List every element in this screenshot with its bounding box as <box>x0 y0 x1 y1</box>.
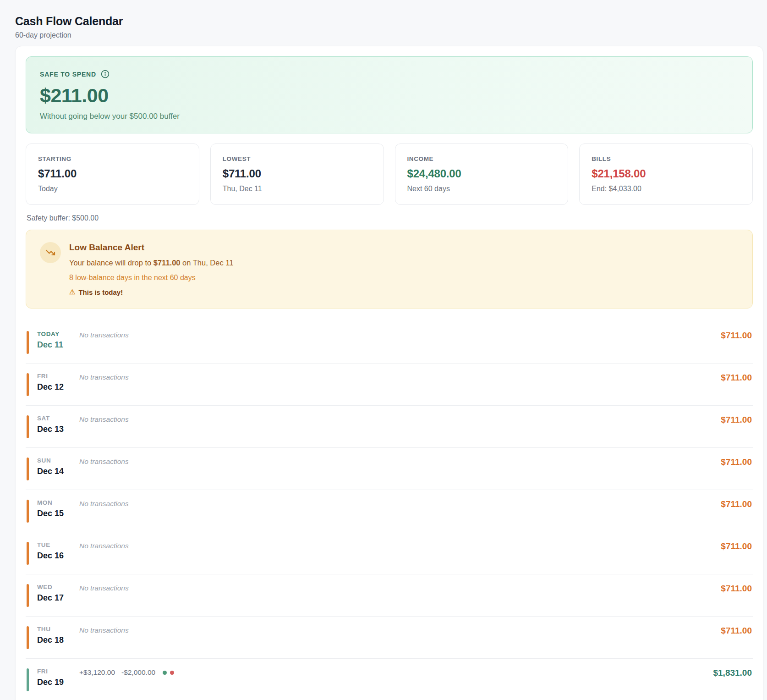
day-row[interactable]: TODAY Dec 11 No transactions $711.00 <box>26 321 753 364</box>
day-date-column: TUE Dec 16 <box>37 541 79 561</box>
stat-label: STARTING <box>38 155 187 162</box>
low-balance-alert: Low Balance Alert Your balance will drop… <box>26 230 753 309</box>
no-transactions-note: No transactions <box>79 626 129 634</box>
alert-message-amount: $711.00 <box>153 259 181 267</box>
day-balance: $711.00 <box>721 499 752 509</box>
stat-card-income: INCOME $24,480.00 Next 60 days <box>395 143 569 205</box>
warning-triangle-icon: ⚠ <box>69 288 75 296</box>
day-balance: $711.00 <box>721 584 752 594</box>
stat-subtext: Thu, Dec 11 <box>223 185 372 193</box>
day-date-column: FRI Dec 12 <box>37 373 79 392</box>
day-row[interactable]: FRI Dec 12 No transactions $711.00 <box>26 364 753 406</box>
day-transactions: +$3,120.00 -$2,000.00 <box>79 668 174 677</box>
income-amount: +$3,120.00 <box>79 668 115 677</box>
balance-status-bar <box>27 542 29 565</box>
day-date: Dec 13 <box>37 424 79 434</box>
day-balance: $711.00 <box>721 373 752 383</box>
alert-title: Low Balance Alert <box>69 243 233 253</box>
day-date-column: SAT Dec 13 <box>37 415 79 434</box>
no-transactions-note: No transactions <box>79 415 129 424</box>
day-row[interactable]: FRI Dec 19 +$3,120.00 -$2,000.00 $1,831.… <box>26 659 753 700</box>
page-title: Cash Flow Calendar <box>15 15 752 28</box>
day-date-column: MON Dec 15 <box>37 499 79 518</box>
alert-message: Your balance will drop to $711.00 on Thu… <box>69 259 233 267</box>
safe-to-spend-label: SAFE TO SPEND <box>40 71 96 78</box>
alert-today-text: This is today! <box>78 288 123 296</box>
balance-status-bar <box>27 457 29 480</box>
trending-down-icon <box>40 242 61 263</box>
no-transactions-note: No transactions <box>79 541 129 550</box>
day-date: Dec 19 <box>37 678 79 687</box>
alert-message-suffix: on Thu, Dec 11 <box>181 259 234 267</box>
no-transactions-note: No transactions <box>79 457 129 466</box>
day-balance: $711.00 <box>721 541 752 551</box>
day-date: Dec 11 <box>37 340 79 350</box>
day-balance: $711.00 <box>721 457 752 467</box>
stat-value: $24,480.00 <box>407 167 556 180</box>
balance-status-bar <box>27 584 29 607</box>
stat-value: $21,158.00 <box>592 167 740 180</box>
alert-low-days: 8 low-balance days in the next 60 days <box>69 274 233 282</box>
balance-status-bar <box>27 415 29 438</box>
day-row[interactable]: THU Dec 18 No transactions $711.00 <box>26 617 753 659</box>
day-date: Dec 16 <box>37 551 79 561</box>
day-weekday: WED <box>37 584 79 590</box>
stat-subtext: End: $4,033.00 <box>592 185 740 193</box>
stat-card-bills: BILLS $21,158.00 End: $4,033.00 <box>579 143 753 205</box>
page-header: Cash Flow Calendar 60-day projection <box>0 0 767 39</box>
no-transactions-note: No transactions <box>79 584 129 592</box>
day-weekday: SAT <box>37 415 79 422</box>
day-date-column: FRI Dec 19 <box>37 668 79 687</box>
stat-label: INCOME <box>407 155 556 162</box>
safe-to-spend-amount: $211.00 <box>40 84 739 107</box>
stat-value: $711.00 <box>223 167 372 180</box>
safe-to-spend-description: Without going below your $500.00 buffer <box>40 112 739 121</box>
day-weekday: THU <box>37 626 79 633</box>
day-weekday: FRI <box>37 668 79 675</box>
day-row[interactable]: WED Dec 17 No transactions $711.00 <box>26 574 753 617</box>
stat-card-lowest: LOWEST $711.00 Thu, Dec 11 <box>210 143 384 205</box>
alert-body: Low Balance Alert Your balance will drop… <box>69 242 233 296</box>
page-subtitle: 60-day projection <box>15 31 752 39</box>
day-balance: $711.00 <box>721 415 752 425</box>
no-transactions-note: No transactions <box>79 331 129 339</box>
day-row[interactable]: SUN Dec 14 No transactions $711.00 <box>26 448 753 490</box>
day-row[interactable]: SAT Dec 13 No transactions $711.00 <box>26 406 753 448</box>
day-date-column: SUN Dec 14 <box>37 457 79 476</box>
income-dot-icon <box>163 671 167 675</box>
day-row[interactable]: TUE Dec 16 No transactions $711.00 <box>26 532 753 574</box>
info-circle-icon[interactable] <box>101 70 110 78</box>
day-balance: $711.00 <box>721 626 752 636</box>
no-transactions-note: No transactions <box>79 499 129 508</box>
day-weekday: FRI <box>37 373 79 380</box>
day-weekday: SUN <box>37 457 79 464</box>
day-date-column: WED Dec 17 <box>37 584 79 603</box>
expense-amount: -$2,000.00 <box>121 668 155 677</box>
safety-buffer-note: Safety buffer: $500.00 <box>27 214 752 222</box>
day-weekday: MON <box>37 499 79 506</box>
day-balance: $1,831.00 <box>713 668 752 678</box>
day-date: Dec 14 <box>37 467 79 476</box>
day-list: TODAY Dec 11 No transactions $711.00 FRI… <box>26 321 753 700</box>
day-balance: $711.00 <box>721 331 752 341</box>
day-weekday: TUE <box>37 541 79 548</box>
day-date-column: TODAY Dec 11 <box>37 331 79 350</box>
stat-subtext: Next 60 days <box>407 185 556 193</box>
stat-label: LOWEST <box>223 155 372 162</box>
day-date-column: THU Dec 18 <box>37 626 79 645</box>
day-weekday: TODAY <box>37 331 79 337</box>
stat-card-starting: STARTING $711.00 Today <box>26 143 199 205</box>
balance-status-bar <box>27 668 29 691</box>
no-transactions-note: No transactions <box>79 373 129 381</box>
stat-subtext: Today <box>38 185 187 193</box>
stat-value: $711.00 <box>38 167 187 180</box>
stats-row: STARTING $711.00 Today LOWEST $711.00 Th… <box>26 143 753 205</box>
day-date: Dec 15 <box>37 509 79 518</box>
balance-status-bar <box>27 626 29 649</box>
balance-status-bar <box>27 373 29 396</box>
expense-dot-icon <box>170 671 174 675</box>
day-row[interactable]: MON Dec 15 No transactions $711.00 <box>26 490 753 532</box>
stat-label: BILLS <box>592 155 740 162</box>
day-date: Dec 12 <box>37 382 79 392</box>
day-date: Dec 17 <box>37 593 79 603</box>
